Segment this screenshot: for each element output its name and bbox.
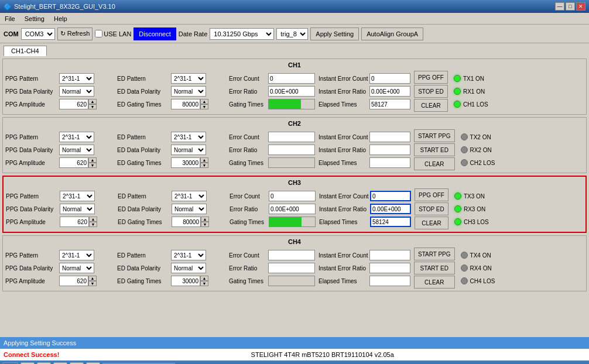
instant-error-ratio-ch3[interactable] bbox=[370, 204, 411, 214]
elapsed-times-ch2[interactable] bbox=[369, 157, 410, 168]
use-lan-toggle[interactable]: USE LAN bbox=[95, 30, 131, 37]
instant-error-count-ch1[interactable] bbox=[369, 73, 410, 84]
ed-group-ch1: ED Pattern 2^31-1 ED Data Polarity Norma… bbox=[117, 73, 225, 110]
ed-gating-input-ch2[interactable] bbox=[171, 157, 200, 168]
ppg-amplitude-input-ch3[interactable] bbox=[60, 217, 89, 227]
ppg-amp-up-ch3[interactable]: ▲ bbox=[89, 217, 97, 222]
tab-ch1-ch4[interactable]: CH1-CH4 bbox=[4, 46, 47, 56]
ppg-polarity-select-ch4[interactable]: Normal bbox=[59, 263, 94, 273]
refresh-button[interactable]: ↻ Refresh bbox=[57, 28, 93, 40]
minimize-button[interactable]: — bbox=[555, 2, 564, 11]
ppg-amp-up-ch1[interactable]: ▲ bbox=[88, 99, 97, 104]
error-count-input-ch1[interactable] bbox=[268, 73, 315, 84]
ppg-amplitude-input-ch4[interactable] bbox=[59, 276, 88, 286]
elapsed-times-ch4[interactable] bbox=[369, 276, 410, 286]
ed-polarity-select-ch3[interactable]: Normal bbox=[172, 204, 207, 214]
ppg-amp-up-ch2[interactable]: ▲ bbox=[88, 157, 97, 163]
trig-select[interactable]: trig_8 bbox=[276, 28, 308, 40]
btn-clear-ch2[interactable]: CLEAR bbox=[414, 157, 455, 170]
ed-gating-down-ch1[interactable]: ▼ bbox=[200, 104, 208, 109]
ed-polarity-row: ED Data Polarity Normal bbox=[117, 85, 225, 97]
com-select[interactable]: COM3 bbox=[21, 28, 55, 40]
device-info: STELIGHT 4T4R mBT5210 BRT19110104 v2.05a bbox=[251, 351, 394, 358]
ppg-amp-down-ch3[interactable]: ▼ bbox=[89, 222, 97, 227]
apply-setting-button[interactable]: Apply Setting bbox=[310, 28, 359, 40]
ppg-amp-down-ch2[interactable]: ▼ bbox=[88, 163, 97, 168]
error-count-input-ch2[interactable] bbox=[268, 132, 315, 142]
ed-polarity-select-ch4[interactable]: Normal bbox=[171, 263, 206, 273]
ppg-polarity-select-ch1[interactable]: Normal bbox=[59, 86, 94, 97]
elapsed-times-ch1[interactable] bbox=[369, 99, 410, 109]
instant-error-ratio-ch4[interactable] bbox=[369, 263, 410, 273]
ed-gating-up-ch1[interactable]: ▲ bbox=[200, 99, 208, 104]
ed-pattern-select-ch2[interactable]: 2^31-1 bbox=[171, 132, 206, 142]
menu-help[interactable]: Help bbox=[52, 15, 70, 23]
ed-pattern-select-ch3[interactable]: 2^31-1 bbox=[172, 191, 207, 201]
menu-file[interactable]: File bbox=[2, 15, 18, 23]
ed-polarity-select-ch1[interactable]: Normal bbox=[171, 86, 206, 97]
ppg-polarity-select-ch2[interactable]: Normal bbox=[59, 145, 94, 155]
ed-gating-down-ch4[interactable]: ▼ bbox=[200, 281, 208, 286]
ppg-amp-down-ch4[interactable]: ▼ bbox=[88, 281, 97, 286]
error-ratio-input-ch3[interactable] bbox=[269, 204, 316, 214]
instant-error-ratio-ch2[interactable] bbox=[369, 145, 410, 155]
indicator-row-2: CH2 LOS bbox=[461, 157, 495, 169]
btn-clear-ch3[interactable]: CLEAR bbox=[415, 217, 448, 229]
ed-gating-up-ch4[interactable]: ▲ bbox=[200, 276, 208, 281]
date-rate-select[interactable]: 10.31250 Gbps bbox=[210, 28, 274, 40]
btn-ed-ch3[interactable]: STOP ED bbox=[415, 202, 448, 215]
error-ratio-input-ch2[interactable] bbox=[268, 145, 315, 155]
ppg-pattern-row: PPG Pattern 2^31-1 bbox=[5, 131, 114, 143]
menu-setting[interactable]: Setting bbox=[22, 15, 47, 23]
ed-polarity-select-ch2[interactable]: Normal bbox=[171, 145, 206, 155]
btn-clear-ch1[interactable]: CLEAR bbox=[414, 99, 448, 112]
ppg-amp-down-ch1[interactable]: ▼ bbox=[88, 104, 97, 109]
error-count-input-ch4[interactable] bbox=[268, 250, 315, 260]
menu-bar: File Setting Help bbox=[0, 13, 589, 25]
btn-ed-ch1[interactable]: STOP ED bbox=[414, 85, 448, 98]
ed-gating-up-ch3[interactable]: ▲ bbox=[201, 217, 209, 222]
ppg-amplitude-input-ch2[interactable] bbox=[59, 157, 88, 168]
ed-gating-row: ED Gating Times ▲ ▼ bbox=[118, 216, 226, 228]
btn-ppg-ch3[interactable]: PPG OFF bbox=[415, 188, 448, 201]
ppg-polarity-select-ch3[interactable]: Normal bbox=[60, 204, 95, 214]
led-rx1-on bbox=[454, 88, 461, 95]
elapsed-times-ch3[interactable] bbox=[370, 217, 411, 227]
ed-pattern-select-ch4[interactable]: 2^31-1 bbox=[171, 250, 206, 260]
btn-ed-ch4[interactable]: START ED bbox=[414, 262, 455, 274]
ppg-amplitude-input-ch1[interactable] bbox=[59, 99, 88, 109]
ppg-pattern-select-ch2[interactable]: 2^31-1 bbox=[59, 132, 94, 142]
ed-gating-down-ch2[interactable]: ▼ bbox=[200, 163, 208, 168]
ed-gating-input-ch3[interactable] bbox=[172, 217, 201, 227]
btn-ed-ch2[interactable]: START ED bbox=[414, 143, 455, 156]
instant-error-count-ch3[interactable] bbox=[370, 191, 411, 201]
ctrl-buttons-ch1: PPG OFF STOP ED CLEAR bbox=[414, 71, 448, 112]
maximize-button[interactable]: □ bbox=[566, 2, 575, 11]
btn-ppg-ch1[interactable]: PPG OFF bbox=[414, 71, 448, 84]
ed-gating-up-ch2[interactable]: ▲ bbox=[200, 157, 208, 163]
ppg-pattern-select-ch1[interactable]: 2^31-1 bbox=[59, 73, 94, 84]
ed-gating-input-ch4[interactable] bbox=[171, 276, 200, 286]
ppg-amp-up-ch4[interactable]: ▲ bbox=[88, 276, 97, 281]
app-icon: 🔷 bbox=[4, 3, 12, 11]
disconnect-button[interactable]: Disconnect bbox=[133, 28, 176, 40]
error-ratio-input-ch4[interactable] bbox=[268, 263, 315, 273]
error-count-input-ch3[interactable] bbox=[269, 191, 316, 201]
ed-gating-input-ch1[interactable] bbox=[171, 99, 200, 109]
auto-align-button[interactable]: AutoAlign GroupA bbox=[361, 28, 423, 40]
btn-ppg-ch4[interactable]: START PPG bbox=[414, 248, 455, 260]
ppg-pattern-select-ch4[interactable]: 2^31-1 bbox=[59, 250, 94, 260]
btn-ppg-ch2[interactable]: START PPG bbox=[414, 129, 455, 142]
main-content: CH1 PPG Pattern 2^31-1 PPG Data Polarity… bbox=[0, 56, 589, 337]
btn-clear-ch4[interactable]: CLEAR bbox=[414, 276, 455, 289]
instant-error-ratio-ch1[interactable] bbox=[369, 86, 410, 97]
ed-pattern-select-ch1[interactable]: 2^31-1 bbox=[171, 73, 206, 84]
ed-gating-down-ch3[interactable]: ▼ bbox=[201, 222, 209, 227]
use-lan-checkbox[interactable] bbox=[95, 30, 102, 37]
ed-gating-row: ED Gating Times ▲ ▼ bbox=[117, 98, 225, 110]
close-button[interactable]: ✕ bbox=[576, 2, 585, 11]
instant-error-count-ch4[interactable] bbox=[369, 250, 410, 260]
error-ratio-input-ch1[interactable] bbox=[268, 86, 315, 97]
instant-error-count-ch2[interactable] bbox=[369, 132, 410, 142]
ppg-pattern-select-ch3[interactable]: 2^31-1 bbox=[60, 191, 95, 201]
